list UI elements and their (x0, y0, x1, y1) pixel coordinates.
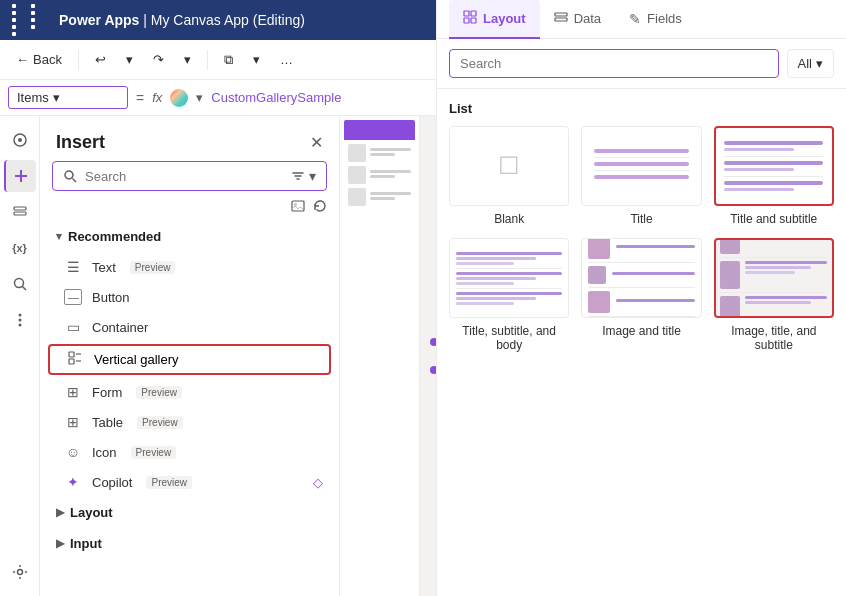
layout-card-image-title[interactable]: Image and title (581, 238, 701, 352)
sidebar-item-variables[interactable]: {x} (4, 232, 36, 264)
panel-item-vertical-gallery[interactable]: Vertical gallery (48, 344, 331, 375)
tsb-l2 (456, 257, 536, 260)
formula-dropdown-2[interactable]: ▾ (196, 90, 203, 105)
sidebar-item-settings[interactable] (4, 556, 36, 588)
svg-rect-24 (555, 13, 567, 16)
layout-section-header[interactable]: ▶ Layout (40, 497, 339, 528)
layout-card-title-subtitle-preview (714, 126, 834, 206)
copilot-preview-badge: Preview (146, 476, 192, 489)
layout-card-title-preview (581, 126, 701, 206)
img-box-1 (588, 238, 610, 259)
its-l7 (745, 296, 827, 299)
img-lines-1 (616, 245, 694, 250)
tsb-row-1 (456, 252, 562, 269)
recommended-section-header[interactable]: ▾ Recommended (40, 221, 339, 252)
back-button[interactable]: ← Back (8, 48, 70, 71)
chevron-down-icon-3: ▾ (253, 52, 260, 67)
its-l4 (745, 261, 827, 264)
undo-icon: ↩ (95, 52, 106, 67)
filter-icon[interactable] (291, 169, 305, 183)
layout-filter-button[interactable]: All ▾ (787, 49, 834, 78)
input-section-header[interactable]: ▶ Input (40, 528, 339, 559)
items-dropdown[interactable]: Items ▾ (8, 86, 128, 109)
panel-item-icon[interactable]: ☺ Icon Preview (40, 437, 339, 467)
fields-tab-icon: ✎ (629, 11, 641, 27)
sidebar-item-data[interactable] (4, 196, 36, 228)
its-row-3 (720, 296, 827, 318)
screen-line-3a (370, 192, 411, 195)
svg-rect-5 (14, 212, 26, 215)
sidebar-item-search[interactable] (4, 268, 36, 300)
more-button[interactable]: … (272, 48, 301, 71)
undo-button[interactable]: ↩ (87, 48, 114, 71)
sidebar-item-insert[interactable] (4, 160, 36, 192)
redo-button[interactable]: ↷ (145, 48, 172, 71)
copy-button[interactable]: ⧉ (216, 48, 241, 72)
its-l8 (745, 301, 811, 304)
layout-card-image-title-subtitle[interactable]: Image, title, and subtitle (714, 238, 834, 352)
panel-item-text[interactable]: ☰ Text Preview (40, 252, 339, 282)
sidebar-item-layers[interactable] (4, 124, 36, 156)
tsb-l4 (456, 272, 562, 275)
panel-item-table[interactable]: ⊞ Table Preview (40, 407, 339, 437)
svg-point-9 (18, 319, 21, 322)
tsb-l6 (456, 282, 515, 285)
app-preview-strip (340, 116, 420, 596)
undo-dropdown[interactable]: ▾ (118, 48, 141, 71)
image-icon[interactable] (291, 199, 305, 213)
form-icon: ⊞ (64, 384, 82, 400)
panel-item-form[interactable]: ⊞ Form Preview (40, 377, 339, 407)
panel-item-text-label: Text (92, 260, 116, 275)
redo-dropdown[interactable]: ▾ (176, 48, 199, 71)
its-l6 (745, 271, 794, 274)
sidebar-item-more[interactable] (4, 304, 36, 336)
tsb-preview (456, 252, 562, 305)
layout-card-it-label: Image and title (602, 324, 681, 338)
img-row-2 (588, 266, 694, 288)
panel-search-box[interactable]: ▾ (52, 161, 327, 191)
layout-card-title[interactable]: Title (581, 126, 701, 226)
panel-item-container[interactable]: ▭ Container (40, 312, 339, 342)
screen-lines-2 (370, 170, 411, 180)
chevron-down-icon-2: ▾ (184, 52, 191, 67)
img-lines-3 (616, 299, 694, 304)
panel-item-copilot-label: Copilot (92, 475, 132, 490)
layout-card-blank-label: Blank (494, 212, 524, 226)
app-grid-icon[interactable] (12, 4, 47, 36)
tsb-l9 (456, 302, 515, 305)
tab-layout[interactable]: Layout (449, 0, 540, 39)
screen-item-3 (348, 188, 411, 206)
panel-close-button[interactable]: ✕ (310, 133, 323, 152)
title-line-sep (594, 157, 689, 158)
layout-search-input[interactable] (449, 49, 779, 78)
table-preview-badge: Preview (137, 416, 183, 429)
panel-item-button[interactable]: — Button (40, 282, 339, 312)
img-line-3a (616, 299, 694, 302)
svg-rect-17 (69, 359, 74, 364)
title-sub-preview (724, 141, 823, 191)
chevron-down-search[interactable]: ▾ (309, 168, 316, 184)
svg-line-7 (22, 287, 26, 291)
tab-data[interactable]: Data (540, 0, 615, 39)
layout-card-title-subtitle[interactable]: Title and subtitle (714, 126, 834, 226)
layout-card-title-subtitle-body[interactable]: Title, subtitle, and body (449, 238, 569, 352)
copy-dropdown[interactable]: ▾ (245, 48, 268, 71)
tsb-row-3 (456, 292, 562, 305)
screen-line-2a (370, 170, 411, 173)
layout-card-blank[interactable]: ☐ Blank (449, 126, 569, 226)
layout-card-blank-preview: ☐ (449, 126, 569, 206)
screen-thumb-2 (348, 166, 366, 184)
tab-fields[interactable]: ✎ Fields (615, 1, 696, 39)
svg-rect-22 (464, 18, 469, 23)
redo-icon: ↷ (153, 52, 164, 67)
panel-item-gallery-label: Vertical gallery (94, 352, 179, 367)
layout-grid: ☐ Blank Title (449, 126, 834, 352)
layout-card-title-subtitle-label: Title and subtitle (730, 212, 817, 226)
svg-point-15 (294, 203, 297, 206)
app-title: Power Apps | My Canvas App (Editing) (59, 12, 305, 28)
chevron-down-recommended: ▾ (56, 230, 62, 243)
refresh-icon[interactable] (313, 199, 327, 213)
svg-rect-21 (471, 11, 476, 16)
panel-search-input[interactable] (85, 169, 283, 184)
panel-item-copilot[interactable]: ✦ Copilot Preview ◇ (40, 467, 339, 497)
